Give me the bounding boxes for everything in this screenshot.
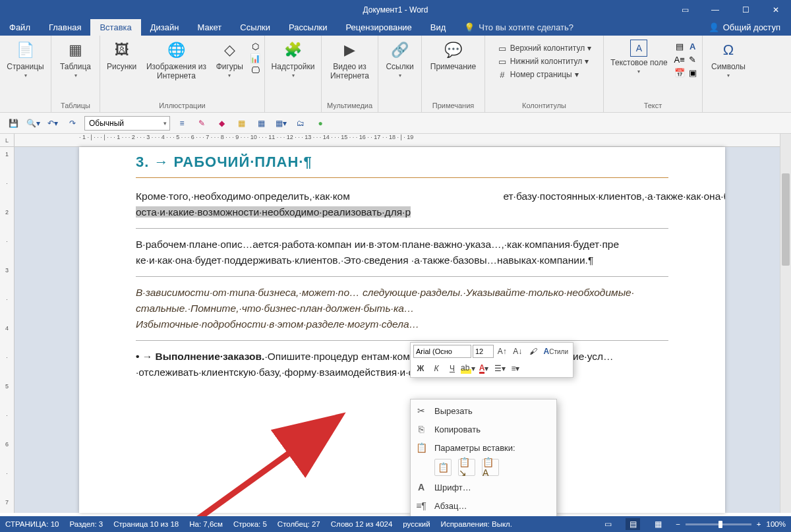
paste-merge-formatting[interactable]: 📋↘ — [458, 459, 475, 476]
quick-access-row: 💾 🔍▾ ↶▾ ↷ Обычный ≡ ✎ ◆ ▦ ▦ ▦▾ 🗂 ● — [0, 113, 791, 134]
chart-icon[interactable]: 📊 — [250, 53, 260, 63]
omega-icon: Ω — [718, 40, 739, 61]
paste-text-only[interactable]: 📋A — [482, 459, 499, 476]
ctx-cut[interactable]: ✂Вырезать — [411, 401, 556, 420]
object-icon[interactable]: ▣ — [688, 67, 698, 78]
comment-button[interactable]: 💬Примечание — [428, 38, 479, 73]
find-button[interactable]: 🔍▾ — [25, 115, 41, 131]
qat-btn-7[interactable]: 🗂 — [293, 115, 308, 131]
grow-font-button[interactable]: A↑ — [495, 344, 510, 359]
tab-review[interactable]: Рецензирование — [336, 19, 421, 36]
qat-btn-4[interactable]: ▦ — [233, 115, 249, 131]
shrink-font-button[interactable]: A↓ — [511, 344, 525, 359]
zoom-level[interactable]: 100% — [767, 520, 786, 528]
style-selector[interactable]: Обычный — [84, 116, 170, 131]
font-size-input[interactable] — [473, 345, 494, 358]
status-section[interactable]: Раздел: 3 — [69, 520, 103, 528]
status-language[interactable]: русский — [403, 520, 430, 528]
shapes-button[interactable]: ◇Фигуры — [214, 38, 246, 80]
tab-file[interactable]: Файл — [0, 19, 40, 36]
font-family-input[interactable] — [413, 345, 471, 358]
status-line[interactable]: Строка: 5 — [233, 520, 267, 528]
date-icon[interactable]: 📅 — [674, 67, 685, 78]
symbols-button[interactable]: ΩСимволы — [709, 38, 748, 80]
format-painter-button[interactable]: 🖌 — [526, 344, 541, 359]
undo-button[interactable]: ↶▾ — [45, 115, 61, 131]
textbox-button[interactable]: AТекстовое поле — [608, 38, 670, 76]
status-column[interactable]: Столбец: 27 — [278, 520, 320, 528]
table-button[interactable]: ▦Таблица — [57, 38, 94, 80]
tab-view[interactable]: Вид — [421, 19, 455, 36]
footer-button[interactable]: ▭Нижний колонтитул ▾ — [496, 55, 593, 67]
status-pages[interactable]: Страница 10 из 18 — [113, 520, 179, 528]
maximize-button[interactable]: ☐ — [730, 0, 761, 19]
screenshot-icon[interactable]: 🖵 — [250, 65, 260, 75]
qat-btn-2[interactable]: ✎ — [194, 115, 210, 131]
qat-btn-1[interactable]: ≡ — [174, 115, 190, 131]
bullets-button[interactable]: ☰▾ — [492, 361, 507, 376]
page-number-button[interactable]: #Номер страницы ▾ — [496, 69, 593, 80]
vertical-ruler[interactable]: 1·2·3·4·5·6·7·8·9·10·11 — [0, 147, 15, 513]
ctx-paragraph[interactable]: ≡¶Абзац… — [411, 496, 556, 515]
numbering-button[interactable]: ≡▾ — [508, 361, 523, 376]
ctx-font[interactable]: AШрифт… — [411, 478, 556, 496]
qat-btn-5[interactable]: ▦ — [253, 115, 269, 131]
zoom-out-button[interactable]: − — [676, 520, 680, 528]
qat-btn-8[interactable]: ● — [312, 115, 328, 131]
quickparts-icon[interactable]: ▤ — [674, 41, 685, 51]
status-bar: СТРАНИЦА: 10 Раздел: 3 Страница 10 из 18… — [0, 516, 791, 532]
online-video-button[interactable]: ▶Видео из Интернета — [326, 38, 374, 82]
online-pictures-button[interactable]: 🌐Изображения из Интернета — [143, 38, 209, 82]
view-print-layout[interactable]: ▤ — [626, 518, 640, 530]
zoom-slider[interactable] — [686, 523, 751, 525]
scrollbar-thumb[interactable] — [782, 173, 790, 266]
view-read-mode[interactable]: ▭ — [601, 518, 615, 530]
wordart-icon[interactable]: A — [688, 41, 698, 51]
ribbon-tabs: Файл Главная Вставка Дизайн Макет Ссылки… — [0, 19, 791, 36]
tab-design[interactable]: Дизайн — [141, 19, 189, 36]
links-button[interactable]: 🔗Ссылки — [383, 38, 416, 80]
qat-btn-6[interactable]: ▦▾ — [273, 115, 289, 131]
header-button[interactable]: ▭Верхний колонтитул ▾ — [496, 42, 593, 54]
paragraph-3: В·зависимости·от·типа·бизнеса,·может·по…… — [136, 285, 668, 332]
status-page[interactable]: СТРАНИЦА: 10 — [5, 520, 59, 528]
qat-btn-3[interactable]: ◆ — [214, 115, 229, 131]
italic-button[interactable]: К — [429, 361, 444, 376]
ruler-corner[interactable]: L — [0, 134, 15, 147]
vertical-scrollbar[interactable] — [780, 134, 791, 513]
font-color-button[interactable]: A▾ — [477, 361, 491, 376]
status-track-changes[interactable]: Исправления: Выкл. — [441, 520, 512, 528]
bold-button[interactable]: Ж — [413, 361, 428, 376]
close-button[interactable]: ✕ — [761, 0, 791, 19]
signature-icon[interactable]: ✎ — [688, 54, 698, 65]
styles-button[interactable]: AСтили — [542, 344, 570, 359]
highlight-button[interactable]: ab▾ — [461, 361, 475, 376]
tell-me[interactable]: 💡Что вы хотите сделать? — [455, 19, 583, 36]
group-headerfooter-label: Колонтитулы — [522, 100, 566, 111]
tab-layout[interactable]: Макет — [188, 19, 231, 36]
zoom-control[interactable]: − + 100% — [676, 520, 786, 528]
pages-button[interactable]: 📄Страницы — [4, 38, 46, 80]
pictures-button[interactable]: 🖼Рисунки — [104, 38, 139, 73]
save-button[interactable]: 💾 — [5, 115, 21, 131]
tab-references[interactable]: Ссылки — [231, 19, 279, 36]
addins-button[interactable]: 🧩Надстройки — [269, 38, 318, 80]
share-button[interactable]: 👤Общий доступ — [698, 19, 791, 36]
tab-home[interactable]: Главная — [40, 19, 90, 36]
view-web-layout[interactable]: ▦ — [651, 518, 665, 530]
zoom-in-button[interactable]: + — [757, 520, 761, 528]
ctx-copy[interactable]: ⎘Копировать — [411, 420, 556, 438]
page[interactable]: 3. → РАБОЧИЙ·ПЛАН·¶ Кроме·того,·необходи… — [79, 147, 725, 513]
ribbon-display-options-icon[interactable]: ▭ — [670, 0, 700, 19]
smartart-icon[interactable]: ⬡ — [250, 41, 260, 51]
horizontal-ruler[interactable]: · 1 · | · · · | · · · 1 · · · 2 · · · 3 … — [0, 134, 791, 147]
tab-insert[interactable]: Вставка — [90, 19, 140, 36]
minimize-button[interactable]: — — [700, 0, 730, 19]
paste-keep-formatting[interactable]: 📋 — [434, 459, 452, 476]
status-at[interactable]: На: 7,6см — [189, 520, 223, 528]
underline-button[interactable]: Ч — [445, 361, 459, 376]
redo-button[interactable]: ↷ — [65, 115, 80, 131]
status-words[interactable]: Слово 12 из 4024 — [331, 520, 393, 528]
dropcap-icon[interactable]: A≡ — [674, 54, 685, 65]
tab-mailings[interactable]: Рассылки — [279, 19, 336, 36]
